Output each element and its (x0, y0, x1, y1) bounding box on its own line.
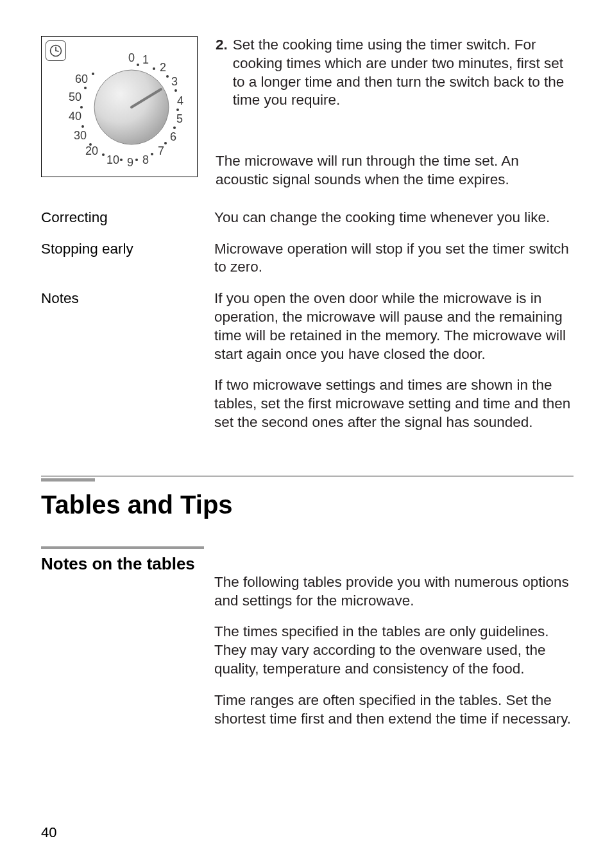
dial-num-2: 2 (160, 61, 166, 74)
dial-num-8: 8 (142, 153, 149, 167)
step-2: 2. Set the cooking time using the timer … (216, 36, 574, 110)
step-2-text: Set the cooking time using the timer swi… (233, 36, 574, 110)
dial-num-20: 20 (85, 144, 98, 158)
label-correcting: Correcting (41, 209, 213, 240)
dial-num-1: 1 (142, 53, 149, 67)
dial-num-9: 9 (127, 156, 133, 169)
notes-tables-p1: The following tables provide you with nu… (214, 573, 574, 611)
dial-num-4: 4 (177, 94, 183, 108)
subsection-heading: Notes on the tables (41, 554, 213, 729)
section-divider (41, 476, 574, 476)
timer-dial-figure: 0 1 2 3 4 5 6 7 8 9 10 20 30 40 50 60 (41, 36, 198, 177)
run-paragraph: The microwave will run through the time … (216, 152, 574, 189)
dial-num-30: 30 (74, 129, 87, 143)
dial-num-7: 7 (158, 144, 164, 158)
section-accent-bar (41, 478, 95, 482)
dial-num-10: 10 (106, 153, 119, 167)
label-stopping-early: Stopping early (41, 240, 213, 290)
subsection-accent-bar (41, 546, 204, 549)
text-notes-p2: If two microwave settings and times are … (214, 376, 574, 431)
text-stopping-early: Microwave operation will stop if you set… (214, 240, 574, 277)
dial-num-40: 40 (69, 110, 81, 123)
dial-num-6: 6 (170, 130, 176, 144)
dial-num-5: 5 (176, 112, 183, 126)
dial-num-3: 3 (171, 75, 178, 89)
label-notes: Notes (41, 290, 213, 432)
dial-num-50: 50 (69, 91, 81, 104)
page-number: 40 (41, 824, 56, 841)
dial-num-0: 0 (128, 51, 135, 65)
notes-tables-p3: Time ranges are often specified in the t… (214, 691, 574, 729)
step-2-number: 2. (216, 36, 228, 110)
text-correcting: You can change the cooking time whenever… (214, 209, 574, 227)
notes-tables-p2: The times specified in the tables are on… (214, 623, 574, 678)
text-notes-p1: If you open the oven door while the micr… (214, 290, 574, 363)
section-title: Tables and Tips (41, 490, 574, 519)
timer-dial: 0 1 2 3 4 5 6 7 8 9 10 20 30 40 50 60 (42, 37, 197, 177)
dial-num-60: 60 (75, 73, 88, 86)
